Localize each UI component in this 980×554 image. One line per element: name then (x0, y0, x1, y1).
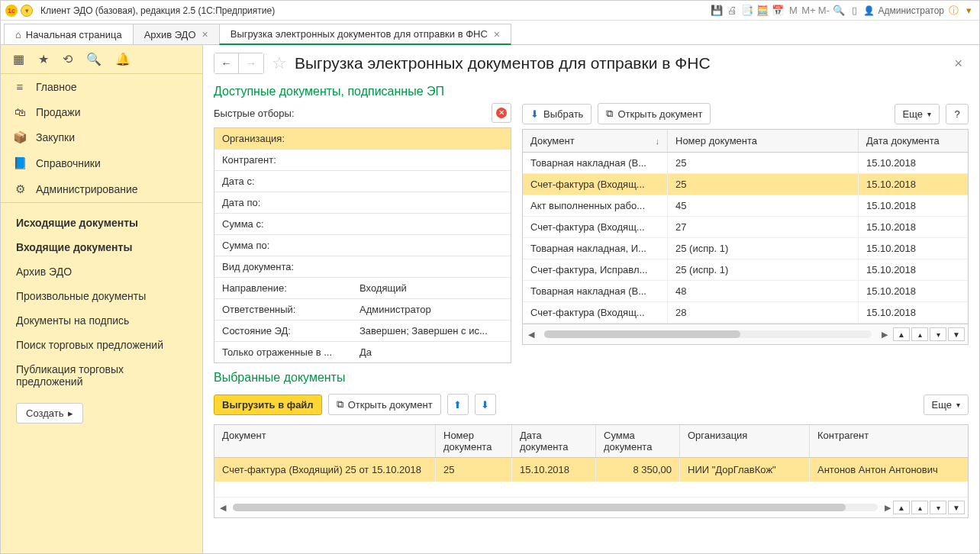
filter-row[interactable]: Дата с: (214, 171, 511, 192)
calc-icon[interactable]: 🧮 (756, 5, 769, 17)
scroll-right-icon[interactable]: ▶ (882, 503, 893, 513)
filter-value[interactable]: Да (352, 342, 511, 362)
table-row[interactable]: Счет-фактура (Входящ...2815.10.2018 (523, 302, 968, 324)
filter-value[interactable] (352, 214, 511, 234)
filter-row[interactable]: Сумма с: (214, 214, 511, 235)
sel-col-org[interactable]: Организация (680, 425, 810, 457)
scroll-right-icon[interactable]: ▶ (879, 330, 890, 340)
table-row[interactable]: Товарная накладная (В...4815.10.2018 (523, 281, 968, 302)
filter-row[interactable]: Организация: (214, 128, 511, 150)
page-close-button[interactable]: × (948, 56, 969, 72)
sidebar-item-purchases[interactable]: 📦Закупки (1, 124, 202, 150)
more-button[interactable]: Еще▾ (895, 104, 940, 124)
move-up-button[interactable]: ⬆ (447, 394, 469, 415)
sel-col-num[interactable]: Номер документа (436, 425, 512, 457)
sidebar-link-arbitrary[interactable]: Произвольные документы (1, 284, 202, 308)
filter-row[interactable]: Дата по: (214, 192, 511, 214)
filter-value[interactable] (352, 171, 511, 192)
memory-mminus[interactable]: M- (817, 5, 830, 17)
nav-back-button[interactable]: ← (214, 53, 239, 73)
table-row[interactable]: Акт выполненных рабо...4515.10.2018 (523, 195, 968, 217)
filter-row[interactable]: Контрагент: (214, 150, 511, 171)
tab-export[interactable]: Выгрузка электронных документов для отпр… (219, 24, 511, 45)
col-date[interactable]: Дата документа (859, 130, 968, 152)
favorites-icon[interactable]: ★ (38, 52, 49, 66)
filter-value[interactable] (352, 256, 511, 277)
sidebar-link-archive[interactable]: Архив ЭДО (1, 259, 202, 284)
select-button[interactable]: ⬇Выбрать (522, 104, 592, 124)
titlebar-dropdown-icon[interactable]: ▾ (962, 5, 975, 17)
table-row[interactable]: Товарная накладная (В...2515.10.2018 (523, 153, 968, 174)
filter-value[interactable] (352, 128, 511, 149)
sidebar-item-admin[interactable]: ⚙Администрирование (1, 176, 202, 202)
filter-row[interactable]: Сумма по: (214, 235, 511, 256)
tab-home[interactable]: ⌂ Начальная страница (4, 24, 134, 44)
zoom-icon[interactable]: 🔍 (833, 5, 845, 17)
nav-last-button[interactable]: ▼ (948, 327, 965, 341)
filter-row[interactable]: Состояние ЭД:Завершен; Завершен с ис... (214, 320, 511, 342)
nav-forward-button[interactable]: → (239, 53, 263, 73)
sidebar-link-tosign[interactable]: Документы на подпись (1, 308, 202, 333)
filter-value[interactable] (352, 235, 511, 256)
table-row[interactable]: Счет-фактура (Входящ...2715.10.2018 (523, 217, 968, 238)
calendar-icon[interactable]: 📅 (772, 5, 784, 17)
nav-last-button[interactable]: ▼ (948, 501, 965, 514)
nav-up-button[interactable]: ▴ (911, 327, 928, 341)
apps-icon[interactable]: ▦ (13, 52, 24, 66)
move-down-button[interactable]: ⬇ (475, 394, 496, 415)
sidebar-link-incoming[interactable]: Входящие документы (1, 235, 202, 259)
nav-first-button[interactable]: ▲ (893, 327, 910, 341)
favorite-star-icon[interactable]: ☆ (272, 53, 287, 73)
filter-row[interactable]: Направление:Входящий (214, 278, 511, 299)
sel-col-date[interactable]: Дата документа (512, 425, 596, 457)
filter-row[interactable]: Ответственный:Администратор (214, 299, 511, 320)
search-icon[interactable]: 🔍 (86, 52, 102, 66)
table-row[interactable]: Счет-фактура (Входящ...2515.10.2018 (523, 174, 968, 195)
sel-col-doc[interactable]: Документ (214, 425, 436, 457)
filter-row[interactable]: Только отраженные в ...Да (214, 342, 511, 362)
nav-down-button[interactable]: ▾ (930, 327, 946, 341)
memory-mplus[interactable]: M+ (802, 5, 814, 17)
filter-value[interactable]: Завершен; Завершен с ис... (352, 320, 511, 341)
clear-filters-button[interactable]: ✕ (492, 103, 511, 123)
dropdown-icon[interactable]: ▾ (21, 5, 33, 17)
tab-archive[interactable]: Архив ЭДО × (133, 24, 220, 44)
sel-col-sum[interactable]: Сумма документа (596, 425, 680, 457)
nav-up-button[interactable]: ▴ (911, 501, 928, 514)
h-scrollbar[interactable] (544, 330, 872, 338)
sel-col-contr[interactable]: Контрагент (810, 425, 968, 457)
nav-first-button[interactable]: ▲ (893, 501, 910, 514)
selected-more-button[interactable]: Еще▾ (924, 395, 969, 415)
h-scrollbar[interactable] (233, 504, 878, 511)
table-row[interactable]: Товарная накладная, И...25 (испр. 1)15.1… (523, 238, 968, 259)
memory-m[interactable]: M (787, 5, 799, 17)
scroll-left-icon[interactable]: ◀ (526, 330, 537, 340)
filter-value[interactable]: Администратор (352, 299, 511, 320)
table-row[interactable]: Счет-фактура, Исправл...25 (испр. 1)15.1… (523, 259, 968, 281)
history-icon[interactable]: ⟲ (63, 52, 73, 66)
table-row[interactable]: Счет-фактура (Входящий) 25 от 15.10.2018… (214, 458, 968, 482)
filter-row[interactable]: Вид документа: (214, 256, 511, 278)
col-number[interactable]: Номер документа (668, 130, 859, 152)
print-icon[interactable]: 🖨 (726, 5, 738, 17)
sidebar-item-sales[interactable]: 🛍Продажи (1, 99, 202, 124)
close-icon[interactable]: × (494, 28, 500, 40)
close-icon[interactable]: × (202, 28, 208, 40)
sidebar-link-outgoing[interactable]: Исходящие документы (1, 211, 202, 235)
create-button[interactable]: Создать▸ (16, 403, 83, 424)
col-document[interactable]: Документ↓ (523, 130, 668, 152)
compare-icon[interactable]: 📑 (741, 5, 753, 17)
export-file-button[interactable]: Выгрузить в файл (214, 395, 322, 415)
info-icon[interactable]: ⓘ (947, 5, 959, 17)
open-document-button[interactable]: ⧉Открыть документ (598, 103, 711, 124)
help-button[interactable]: ? (946, 104, 969, 124)
filter-value[interactable] (352, 192, 511, 213)
sidebar-link-search-offers[interactable]: Поиск торговых предложений (1, 333, 202, 357)
sidebar-item-main[interactable]: ≡Главное (1, 74, 202, 99)
notifications-icon[interactable]: 🔔 (115, 52, 131, 66)
open-selected-button[interactable]: ⧉Открыть документ (328, 394, 441, 415)
filter-value[interactable] (352, 150, 511, 170)
filter-value[interactable]: Входящий (352, 278, 511, 298)
nav-down-button[interactable]: ▾ (930, 501, 946, 514)
panel-icon[interactable]: ▯ (848, 5, 860, 17)
